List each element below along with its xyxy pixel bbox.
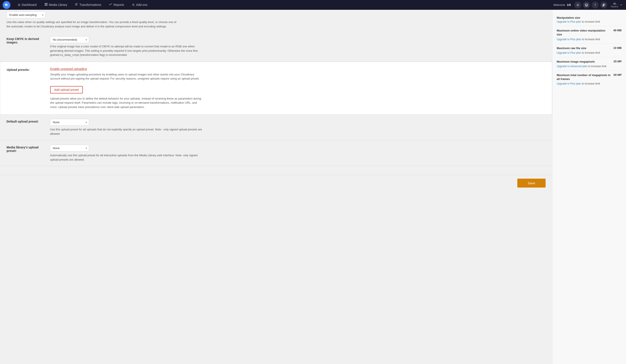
sidebar-total-mp-title: Maximum total number of megapixels in al… [557,73,611,81]
user-name: dk... [613,2,618,5]
topnav-right: Welcome 1/5 ⚙ ? dk... Nadine ▾ [553,1,624,8]
page-wrapper: Enable auto-sampling ▾ Use this value wh… [0,10,626,364]
svg-rect-3 [44,4,46,6]
media-library-preset-row: Media library's upload preset: None ▾ Au… [0,140,552,166]
nav-links: ⊞ Dashboard Media Library Transformation… [14,0,553,10]
settings-btn[interactable]: ⚙ [574,1,581,8]
sidebar-raw-size-title: Maximum raw file size [557,46,611,50]
logo[interactable] [2,1,10,9]
svg-point-5 [603,4,604,5]
media-library-icon [44,3,48,6]
user-menu[interactable]: dk... Nadine ▾ [609,2,624,8]
cmyk-select-wrapper: No (recommended) Yes ▾ [50,36,89,43]
sidebar-video-size: Maximum online video manipulation size U… [557,26,622,43]
sidebar-total-mp-value: 50 MP [613,73,622,76]
sidebar-video-size-link[interactable]: Upgrade to Plus plan [557,38,581,41]
nav-dashboard[interactable]: ⊞ Dashboard [14,0,41,10]
sidebar-raw-size: Maximum raw file size Upgrade to Plus pl… [557,44,622,57]
upload-presets-description: Simplify your image uploading procedure … [50,72,202,81]
enable-unsigned-link[interactable]: Enable unsigned uploading [50,67,87,71]
chevron-down-icon: ▾ [621,4,622,6]
partial-description: Use this value when no quality settings … [6,20,180,29]
auto-sampling-select-wrapper: Enable auto-sampling ▾ [6,11,46,18]
default-preset-content: None ▾ Use this upload preset for all up… [50,119,546,136]
default-preset-label: Default upload preset: [6,119,50,123]
add-preset-description: Upload presets allow you to define the d… [50,97,202,109]
media-library-preset-description: Automatically use this upload preset for… [50,153,202,162]
sidebar-manipulation-size-desc: to increase limit [582,20,600,23]
sidebar-total-mp-left: Maximum total number of megapixels in al… [557,73,613,85]
add-upload-preset-btn[interactable]: Add upload preset [50,86,83,93]
sidebar-total-mp: Maximum total number of megapixels in al… [557,71,622,88]
default-preset-select[interactable]: None [50,119,89,126]
welcome-text: Welcome [553,3,565,6]
svg-point-6 [604,4,605,5]
default-preset-select-wrapper: None ▾ [50,119,89,126]
media-library-preset-select[interactable]: None [50,145,89,151]
media-library-preset-select-wrapper: None ▾ [50,145,89,151]
sidebar-image-mp-desc: to increase limit [588,65,606,68]
nav-addons-label: Add-ons [136,3,147,6]
cmyk-description: If the original image has a color model … [50,44,202,57]
media-library-preset-label: Media library's upload preset: [6,145,50,152]
layers-btn[interactable] [583,1,590,8]
addons-icon: ⚙ [132,3,135,6]
media-library-preset-content: None ▾ Automatically use this upload pre… [50,145,546,162]
nav-dashboard-label: Dashboard [22,3,37,6]
topnav: ⊞ Dashboard Media Library Transformation… [0,0,626,10]
sidebar-manipulation-size-link[interactable]: Upgrade to Plus plan [557,20,581,23]
save-button[interactable]: Save [517,179,546,187]
sidebar-image-mp-link[interactable]: Upgrade to Advanced plan [557,65,587,68]
sidebar-raw-size-link[interactable]: Upgrade to Plus plan [557,51,581,54]
sidebar-raw-size-left: Maximum raw file size Upgrade to Plus pl… [557,46,613,54]
nav-transformations-label: Transformations [79,3,101,6]
sidebar-manipulation-size-title: Manipulation size [557,16,619,20]
sidebar-video-size-title: Maximum online video manipulation size [557,29,611,36]
cmyk-select[interactable]: No (recommended) Yes [50,36,89,43]
nav-addons[interactable]: ⚙ Add-ons [128,0,151,10]
svg-rect-1 [44,3,46,4]
auto-sampling-select[interactable]: Enable auto-sampling [6,11,46,18]
nav-media-library-label: Media Library [49,3,67,6]
right-sidebar: Manipulation size Upgrade to Plus plan t… [552,10,626,364]
save-bar: Save [0,175,552,191]
cmyk-row: Keep CMYK in derived images: No (recomme… [0,32,552,62]
sidebar-manipulation-size: Manipulation size Upgrade to Plus plan t… [557,13,622,26]
default-preset-row: Default upload preset: None ▾ Use this u… [0,114,552,140]
sidebar-image-mp: Maximum image megapixels Upgrade to Adva… [557,57,622,71]
cmyk-label: Keep CMYK in derived images: [6,36,50,44]
sidebar-raw-size-value: 10 MB [613,46,622,50]
sidebar-total-mp-link[interactable]: Upgrade to Plus plan [557,82,581,85]
reports-icon [109,3,112,6]
nav-transformations[interactable]: Transformations [71,0,105,10]
sidebar-total-mp-desc: to increase limit [582,82,600,85]
sidebar-image-mp-value: 25 MP [613,60,622,63]
nav-media-library[interactable]: Media Library [41,0,71,10]
sidebar-raw-size-desc: to increase limit [582,51,600,54]
main-content: Enable auto-sampling ▾ Use this value wh… [0,10,552,364]
svg-rect-4 [46,4,47,6]
partial-top-section: Enable auto-sampling ▾ Use this value wh… [0,11,552,32]
upload-presets-inner: Enable unsigned uploading Simplify your … [50,67,545,109]
cmyk-content: No (recommended) Yes ▾ If the original i… [50,36,546,57]
sidebar-video-size-left: Maximum online video manipulation size U… [557,29,613,41]
step-badge: 1/5 [567,3,571,6]
nav-reports[interactable]: Reports [105,0,128,10]
transformations-icon [75,3,78,6]
users-btn[interactable] [600,1,607,8]
user-sub: Nadine [611,5,618,8]
help-btn[interactable]: ? [592,1,599,8]
sidebar-video-size-desc: to increase limit [582,38,600,41]
sidebar-manipulation-size-left: Manipulation size Upgrade to Plus plan t… [557,16,622,23]
upload-presets-label: Upload presets: [7,67,50,72]
sidebar-image-mp-title: Maximum image megapixels [557,60,611,64]
sidebar-image-mp-left: Maximum image megapixels Upgrade to Adva… [557,60,613,68]
sidebar-video-size-value: 40 MB [613,29,622,32]
nav-reports-label: Reports [114,3,124,6]
svg-rect-2 [46,3,47,4]
upload-presets-section: Upload presets: Enable unsigned uploadin… [0,62,552,115]
default-preset-description: Use this upload preset for all uploads t… [50,127,202,136]
dashboard-icon: ⊞ [18,3,20,6]
